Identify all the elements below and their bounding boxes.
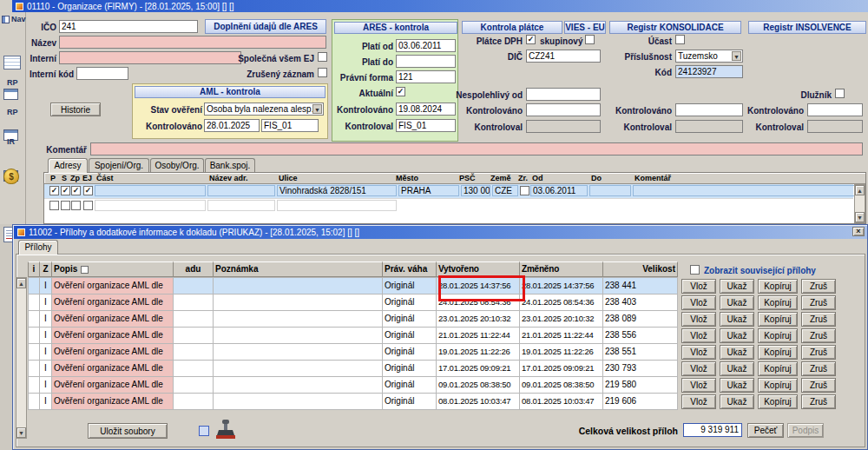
col-zmeneno[interactable]: Změněno (520, 261, 603, 277)
s-checkbox[interactable] (61, 201, 70, 210)
close-icon[interactable]: × (852, 227, 865, 236)
address-table-scrollbar[interactable]: ▲ ▼ (854, 184, 865, 223)
zrus-button[interactable]: Zruš (801, 345, 836, 360)
ukaz-button[interactable]: Ukaž (720, 312, 754, 327)
prislusnost-dropdown[interactable]: Tuzemsko▼ (675, 50, 743, 63)
platce-dph-checkbox[interactable] (526, 35, 536, 44)
historie-button[interactable]: Historie (50, 103, 101, 116)
mesto-cell[interactable]: PRAHA (398, 185, 459, 196)
kopiruj-button[interactable]: Kopíruj (758, 361, 798, 376)
ukaz-button[interactable]: Ukaž (720, 345, 754, 360)
s-checkbox[interactable] (61, 186, 70, 195)
scroll-up-icon[interactable]: ▲ (855, 185, 865, 195)
attachment-row[interactable]: I Ověření organizace AML dle Originál 17… (28, 360, 836, 377)
ulice-cell[interactable]: Vinohradská 2828/151 (277, 185, 397, 196)
attachment-row[interactable]: I Ověření organizace AML dle Originál 09… (28, 376, 836, 394)
ico-field[interactable]: 241 (59, 20, 198, 33)
stamp-icon[interactable] (214, 418, 237, 440)
interni-kod-field[interactable] (76, 67, 128, 80)
ej-checkbox[interactable] (83, 201, 93, 210)
kopiruj-button[interactable]: Kopíruj (758, 394, 798, 409)
pravni-forma-field[interactable]: 121 (396, 70, 456, 83)
ucast-checkbox[interactable] (675, 35, 685, 44)
ukaz-button[interactable]: Ukaž (720, 394, 754, 409)
col-i[interactable]: i (28, 261, 40, 277)
vloz-button[interactable]: Vlož (681, 312, 716, 327)
col-adu[interactable]: adu (174, 261, 214, 277)
cast-cell[interactable] (95, 200, 206, 211)
spolecna-checkbox[interactable] (318, 52, 327, 62)
vloz-button[interactable]: Vlož (681, 279, 716, 294)
rp1-window-icon[interactable] (3, 89, 18, 100)
zp-checkbox[interactable] (71, 186, 81, 195)
tab-spojeni-org[interactable]: Spojení/Org. (89, 158, 149, 172)
col-poznamka[interactable]: Poznámka (214, 261, 383, 277)
tab-prilohy[interactable]: Přílohy (18, 240, 58, 255)
kopiruj-button[interactable]: Kopíruj (758, 295, 798, 310)
do-cell[interactable] (589, 185, 631, 196)
doplneni-ares-button[interactable]: Doplnění údajů dle ARES (205, 19, 326, 34)
ukaz-button[interactable]: Ukaž (720, 328, 754, 343)
col-velikost[interactable]: Velikost (603, 261, 678, 277)
zrus-button[interactable]: Zruš (801, 312, 836, 327)
kopiruj-button[interactable]: Kopíruj (758, 279, 798, 294)
attachment-row[interactable]: I Ověření organizace AML dle Originál 24… (28, 294, 836, 311)
prilohy-titlebar[interactable]: 11002 - Přílohy a dodatkové informace k … (14, 226, 867, 239)
table-tool-icon[interactable] (3, 56, 21, 69)
vloz-button[interactable]: Vlož (681, 361, 716, 376)
ulozit-soubory-button[interactable]: Uložit soubory (88, 423, 168, 439)
zeme-cell[interactable]: CZE (492, 185, 518, 196)
nazev-adr-cell[interactable] (207, 185, 275, 196)
select-all-checkbox[interactable] (199, 426, 209, 436)
kod-field[interactable]: 24123927 (675, 65, 743, 78)
attachment-row[interactable]: I Ověření organizace AML dle Originál 23… (28, 310, 836, 328)
aktualni-checkbox[interactable] (396, 87, 405, 96)
scroll-up-icon[interactable]: ▲ (16, 278, 26, 288)
vloz-button[interactable]: Vlož (681, 345, 716, 360)
col-prav-vaha[interactable]: Práv. váha (383, 261, 437, 277)
col-z[interactable]: Z (40, 261, 52, 277)
address-row[interactable]: Vinohradská 2828/151 PRAHA 130 00 CZE 03… (44, 184, 853, 198)
chevron-down-icon[interactable]: ▼ (312, 104, 322, 114)
p-checkbox[interactable] (49, 186, 59, 195)
attachment-row[interactable]: I Ověření organizace AML dle Originál 08… (28, 393, 836, 410)
zrus-button[interactable]: Zruš (801, 394, 836, 409)
vloz-button[interactable]: Vlož (681, 328, 716, 343)
zrus-button[interactable]: Zruš (801, 279, 836, 294)
interni-field[interactable] (59, 51, 241, 64)
kopiruj-button[interactable]: Kopíruj (758, 345, 798, 360)
nespolehlivy-field[interactable] (526, 88, 601, 101)
dluznik-checkbox[interactable] (835, 89, 845, 98)
vloz-button[interactable]: Vlož (681, 394, 716, 409)
komentar-cell[interactable] (633, 185, 860, 196)
stav-overeni-dropdown[interactable]: Osoba byla nalezena alesp...▼ (204, 103, 324, 116)
ulice-cell[interactable] (277, 200, 397, 211)
ej-checkbox[interactable] (83, 186, 93, 195)
nazev-field[interactable] (59, 36, 326, 49)
nazev-adr-cell[interactable] (207, 200, 275, 211)
scroll-down-icon[interactable]: ▼ (16, 427, 26, 438)
zrus-button[interactable]: Zruš (801, 378, 836, 393)
chevron-down-icon[interactable]: ▼ (732, 51, 741, 61)
zrus-button[interactable]: Zruš (801, 295, 836, 310)
vloz-button[interactable]: Vlož (681, 295, 716, 310)
od-cell[interactable]: 03.06.2011 (530, 185, 588, 196)
zp-checkbox[interactable] (71, 201, 81, 210)
organizace-titlebar[interactable]: 01110 - Organizace (FIRMY) - [28.01.2025… (12, 0, 868, 12)
kopiruj-button[interactable]: Kopíruj (758, 312, 798, 327)
attachment-scrollbar[interactable]: ▲ ▼ (16, 277, 27, 439)
attachment-row[interactable]: I Ověření organizace AML dle Originál 19… (28, 343, 836, 361)
aml-kontroloval-field[interactable]: FIS_01 (261, 119, 319, 132)
zruseny-checkbox[interactable] (318, 68, 327, 77)
zrus-button[interactable]: Zruš (801, 328, 836, 343)
pecet-button[interactable]: Pečeť (747, 423, 784, 438)
aml-kontrolovano-field[interactable]: 28.01.2025 (204, 119, 260, 132)
komentar-field[interactable] (90, 142, 863, 156)
show-related-checkbox[interactable] (690, 265, 700, 275)
vloz-button[interactable]: Vlož (681, 378, 716, 393)
zr-checkbox[interactable] (520, 186, 529, 195)
tab-bank-spoj[interactable]: Bank.spoj. (205, 158, 255, 172)
address-row[interactable] (44, 198, 853, 212)
zrus-button[interactable]: Zruš (801, 361, 836, 376)
ukaz-button[interactable]: Ukaž (720, 361, 754, 376)
